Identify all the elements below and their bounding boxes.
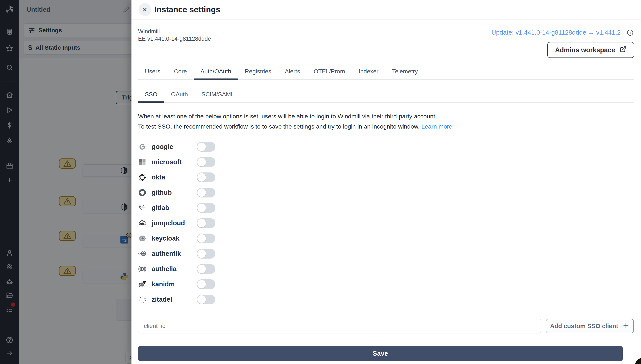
modal-header: ✕ Instance settings (131, 0, 641, 20)
provider-label: okta (152, 174, 165, 181)
provider-toggle-authelia[interactable] (197, 264, 215, 274)
provider-row-jumpcloud: jumpcloud (138, 216, 350, 231)
tab-label: SSO (145, 91, 157, 98)
update-link[interactable]: Update: v1.441.0-14-g81128ddde → v1.441.… (492, 29, 621, 36)
tab-telemetry[interactable]: Telemetry (385, 64, 424, 79)
provider-row-authentik: authentik (138, 246, 350, 261)
add-custom-sso-client-button[interactable]: Add custom SSO client (546, 319, 634, 333)
toggle-knob (197, 219, 206, 228)
provider-label: jumpcloud (152, 219, 185, 227)
tab-label: OTEL/Prom (314, 68, 345, 75)
page-title: Instance settings (154, 0, 220, 19)
authelia-icon (138, 265, 147, 273)
tab-label: OAuth (171, 91, 188, 98)
version-text: EE v1.441.0-14-g81128ddde (138, 35, 211, 43)
save-button[interactable]: Save (138, 346, 623, 361)
client-id-input[interactable] (138, 319, 541, 333)
google-icon (138, 142, 147, 151)
app-name: Windmill (138, 28, 211, 35)
tab-label: SCIM/SAML (201, 91, 234, 98)
authentik-icon (138, 250, 147, 258)
sso-description-line1: When at least one of the below options i… (138, 111, 452, 121)
provider-label: authelia (152, 265, 176, 273)
admins-workspace-label: Admins workspace (555, 46, 615, 54)
sso-description-line2: To test SSO, the recommended workflow is… (138, 121, 452, 132)
instance-settings-modal: ✕ Instance settings Windmill EE v1.441.0… (131, 0, 641, 364)
provider-label: gitlab (152, 204, 169, 212)
admins-workspace-button[interactable]: Admins workspace (547, 42, 634, 58)
tab-alerts[interactable]: Alerts (278, 64, 307, 79)
provider-toggle-kanidm[interactable] (197, 279, 215, 289)
toggle-knob (197, 204, 206, 212)
tab-indexer[interactable]: Indexer (352, 64, 385, 79)
subtab-sso[interactable]: SSO (138, 86, 164, 102)
provider-label: github (152, 189, 172, 196)
provider-toggle-keycloak[interactable] (197, 234, 215, 243)
provider-label: microsoft (152, 158, 182, 166)
provider-label: kanidm (152, 280, 175, 288)
provider-toggle-okta[interactable] (197, 172, 215, 182)
toggle-knob (197, 280, 206, 288)
gitlab-icon (138, 204, 147, 212)
tab-label: Auth/OAuth (200, 68, 231, 75)
toggle-knob (197, 234, 206, 243)
provider-row-keycloak: keycloak (138, 231, 350, 246)
tab-label: Core (174, 68, 187, 75)
toggle-knob (197, 158, 206, 166)
zitadel-icon (138, 295, 147, 304)
modal-backdrop[interactable] (0, 0, 131, 364)
toggle-knob (197, 188, 206, 197)
provider-row-github: github (138, 185, 350, 200)
tab-users[interactable]: Users (138, 64, 167, 79)
toggle-knob (197, 142, 206, 151)
tab-auth-oauth[interactable]: Auth/OAuth (194, 64, 238, 79)
provider-row-gitlab: gitlab (138, 200, 350, 216)
close-icon[interactable]: ✕ (138, 3, 151, 16)
auth-subtabs: SSOOAuthSCIM/SAML (138, 86, 634, 103)
jumpcloud-icon (138, 219, 147, 228)
provider-toggle-github[interactable] (197, 188, 215, 198)
provider-toggle-gitlab[interactable] (197, 203, 215, 213)
toggle-knob (197, 250, 206, 258)
app-root: Untitled Settings $ All Static Inputs Tr… (0, 0, 641, 364)
tab-label: Telemetry (392, 68, 418, 75)
provider-toggle-authentik[interactable] (197, 249, 215, 258)
learn-more-link[interactable]: Learn more (421, 123, 452, 130)
tab-core[interactable]: Core (167, 64, 194, 79)
provider-row-okta: okta (138, 170, 350, 185)
keycloak-icon (138, 234, 147, 243)
provider-row-authelia: authelia (138, 261, 350, 276)
provider-toggle-jumpcloud[interactable] (197, 218, 215, 228)
sso-description: When at least one of the below options i… (138, 111, 452, 132)
provider-row-kanidm: kanidm (138, 276, 350, 292)
provider-label: keycloak (152, 234, 179, 242)
provider-label: zitadel (152, 296, 172, 303)
provider-toggle-microsoft[interactable] (197, 157, 215, 167)
tab-otel-prom[interactable]: OTEL/Prom (307, 64, 352, 79)
external-link-icon (620, 46, 626, 54)
version-block: Windmill EE v1.441.0-14-g81128ddde (138, 28, 211, 43)
provider-row-google: google (138, 139, 350, 154)
provider-label: google (152, 143, 173, 150)
corner-floating-element (635, 358, 641, 364)
toggle-knob (197, 295, 206, 304)
kanidm-icon (138, 280, 147, 288)
sso-provider-list: googlemicrosoftoktagithubgitlabjumpcloud… (138, 139, 350, 307)
provider-label: authentik (152, 250, 181, 258)
tab-label: Indexer (358, 68, 378, 75)
add-custom-sso-client-label: Add custom SSO client (550, 323, 618, 330)
tab-label: Registries (245, 68, 271, 75)
info-icon[interactable] (626, 29, 634, 37)
provider-toggle-zitadel[interactable] (197, 295, 215, 304)
tab-label: Alerts (285, 68, 300, 75)
plus-icon (622, 322, 629, 330)
toggle-knob (197, 173, 206, 182)
subtab-scim-saml[interactable]: SCIM/SAML (195, 86, 241, 102)
provider-toggle-google[interactable] (197, 142, 215, 152)
provider-row-microsoft: microsoft (138, 154, 350, 170)
okta-icon (138, 173, 147, 182)
subtab-oauth[interactable]: OAuth (164, 86, 194, 102)
toggle-knob (197, 265, 206, 273)
tab-registries[interactable]: Registries (238, 64, 278, 79)
tab-label: Users (145, 68, 160, 75)
